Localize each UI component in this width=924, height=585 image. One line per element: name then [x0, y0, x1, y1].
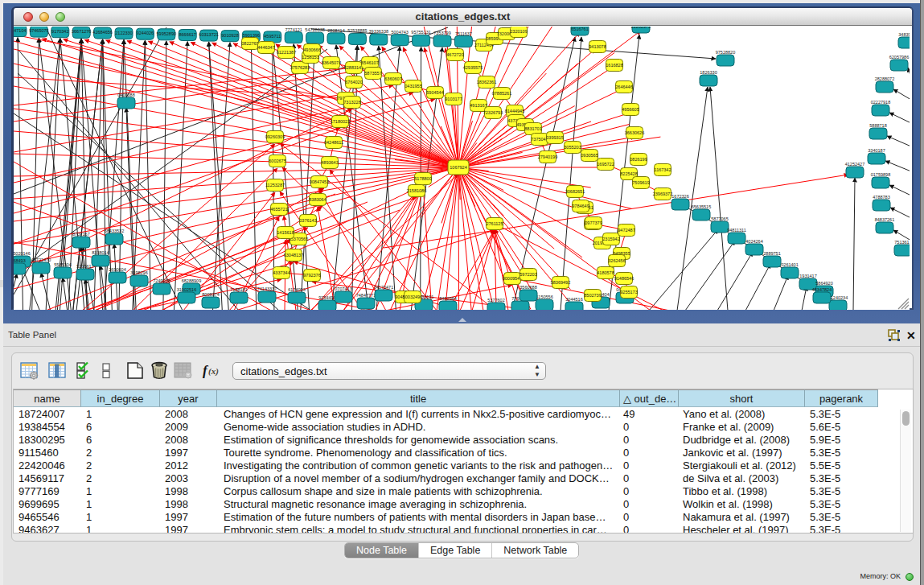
- svg-text:2808414: 2808414: [327, 28, 344, 33]
- svg-text:9255173: 9255173: [620, 290, 637, 295]
- svg-text:2690604: 2690604: [109, 267, 125, 272]
- svg-text:0400088: 0400088: [117, 93, 134, 97]
- svg-text:4788783: 4788783: [873, 195, 889, 200]
- svg-text:2122330: 2122330: [115, 31, 132, 35]
- svg-text:8737167: 8737167: [72, 232, 89, 237]
- svg-text:74143337: 74143337: [257, 286, 277, 291]
- svg-text:9103177: 9103177: [445, 97, 462, 101]
- svg-text:1147104: 1147104: [14, 28, 27, 33]
- svg-text:01759898: 01759898: [871, 172, 890, 177]
- svg-text:0399315: 0399315: [546, 135, 563, 140]
- svg-text:31002516: 31002516: [177, 287, 196, 292]
- svg-text:84837261: 84837261: [875, 217, 894, 222]
- svg-text:9413078: 9413078: [589, 44, 606, 49]
- svg-text:7513613: 7513613: [894, 240, 910, 245]
- svg-text:1067924: 1067924: [450, 165, 466, 170]
- svg-text:9472487: 9472487: [618, 228, 634, 233]
- svg-text:09260309: 09260309: [265, 134, 285, 139]
- svg-text:8008374: 8008374: [202, 292, 219, 297]
- svg-text:48347824: 48347824: [812, 287, 832, 292]
- svg-text:62057986: 62057986: [889, 55, 909, 60]
- svg-text:5877065: 5877065: [711, 216, 728, 221]
- svg-text:3560688: 3560688: [519, 285, 536, 290]
- svg-text:34170471: 34170471: [374, 285, 393, 290]
- svg-text:6360607: 6360607: [384, 76, 401, 81]
- svg-text:3340187: 3340187: [868, 148, 885, 153]
- svg-text:4930666: 4930666: [303, 47, 320, 52]
- svg-text:3198296: 3198296: [130, 270, 147, 275]
- svg-text:83645074: 83645074: [322, 60, 341, 65]
- svg-text:8452984: 8452984: [439, 296, 456, 301]
- svg-text:0168493: 0168493: [14, 258, 26, 263]
- svg-text:2320109: 2320109: [510, 29, 527, 34]
- svg-text:5888718: 5888718: [869, 123, 886, 128]
- svg-text:9784649: 9784649: [572, 204, 589, 208]
- svg-text:4595711: 4595711: [264, 34, 281, 39]
- svg-text:52538885: 52538885: [347, 28, 367, 33]
- svg-text:1931417: 1931417: [799, 274, 816, 278]
- svg-text:42684656: 42684656: [92, 30, 112, 35]
- svg-text:0376143: 0376143: [299, 218, 316, 223]
- svg-text:6546107: 6546107: [361, 60, 378, 65]
- svg-text:7774121: 7774121: [285, 27, 302, 32]
- svg-text:5972203: 5972203: [519, 272, 536, 277]
- svg-text:0826199: 0826199: [630, 157, 647, 162]
- svg-text:8502739: 8502739: [584, 293, 601, 298]
- svg-text:2646446: 2646446: [615, 84, 632, 89]
- svg-text:1616828: 1616828: [606, 63, 622, 68]
- svg-text:0707413: 0707413: [335, 286, 351, 291]
- svg-text:0977379: 0977379: [585, 220, 602, 225]
- svg-text:(x): (x): [208, 366, 219, 377]
- svg-text:2761125: 2761125: [486, 221, 503, 226]
- svg-text:41252427: 41252427: [845, 162, 864, 167]
- svg-text:11253287: 11253287: [265, 183, 285, 187]
- svg-text:1672326: 1672326: [671, 194, 688, 199]
- svg-text:5178800: 5178800: [414, 176, 431, 181]
- svg-text:97465075: 97465075: [29, 28, 48, 33]
- svg-text:23969372: 23969372: [653, 192, 672, 196]
- svg-text:7353799: 7353799: [433, 31, 450, 35]
- svg-text:07885261: 07885261: [492, 91, 511, 96]
- svg-text:6002675: 6002675: [269, 159, 285, 163]
- svg-text:0822765: 0822765: [241, 41, 258, 46]
- svg-text:5904544: 5904544: [426, 90, 443, 95]
- svg-text:30682651: 30682651: [565, 189, 585, 194]
- svg-text:36671276: 36671276: [72, 29, 91, 34]
- svg-text:3483954: 3483954: [898, 32, 910, 37]
- svg-text:6174093: 6174093: [288, 287, 305, 292]
- svg-text:1415618: 1415618: [277, 230, 294, 235]
- svg-text:6764020: 6764020: [345, 80, 362, 84]
- svg-text:6516761: 6516761: [571, 27, 588, 31]
- svg-text:1695722: 1695722: [597, 162, 614, 167]
- svg-text:3044516: 3044516: [565, 297, 582, 302]
- svg-text:1167342: 1167342: [654, 167, 671, 172]
- svg-text:39336338: 39336338: [369, 29, 388, 34]
- svg-text:8225428: 8225428: [620, 171, 637, 176]
- svg-text:2889751: 2889751: [763, 251, 780, 256]
- svg-text:3262456: 3262456: [608, 258, 625, 263]
- svg-text:2315942: 2315942: [602, 237, 619, 241]
- svg-text:27940199: 27940199: [538, 154, 557, 159]
- svg-text:4672720: 4672720: [446, 52, 463, 57]
- svg-text:8666617: 8666617: [179, 32, 195, 37]
- svg-text:59952890: 59952890: [157, 31, 176, 36]
- svg-text:5377602: 5377602: [487, 298, 504, 303]
- svg-text:4655721: 4655721: [270, 207, 287, 212]
- svg-text:18362361: 18362361: [477, 80, 496, 84]
- svg-text:4024264: 4024264: [745, 239, 762, 244]
- svg-text:65635515: 65635515: [692, 204, 711, 209]
- svg-text:9170342: 9170342: [51, 29, 68, 34]
- svg-text:8338014: 8338014: [92, 250, 109, 255]
- svg-text:4446347: 4446347: [257, 45, 274, 50]
- svg-text:37576283: 37576283: [290, 65, 310, 70]
- svg-text:7188181: 7188181: [230, 287, 247, 292]
- svg-text:91486546: 91486546: [614, 276, 634, 281]
- svg-text:61221387: 61221387: [277, 50, 296, 55]
- svg-text:7249208: 7249208: [153, 278, 170, 283]
- svg-text:21581086: 21581086: [407, 188, 426, 193]
- svg-text:68288909: 68288909: [182, 278, 201, 283]
- svg-text:9010928: 9010928: [221, 33, 238, 38]
- svg-text:5873557: 5873557: [364, 71, 381, 76]
- svg-text:52883143: 52883143: [344, 65, 363, 70]
- svg-text:02227918: 02227918: [871, 100, 890, 105]
